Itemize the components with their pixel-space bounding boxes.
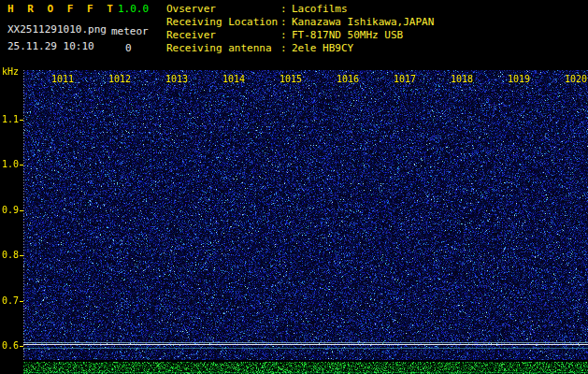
x-tick-label: 1016 bbox=[336, 75, 360, 84]
output-filename: XX2511291010.png bbox=[7, 23, 107, 36]
x-tick-label: 1012 bbox=[108, 75, 132, 84]
x-tick-label: 1011 bbox=[50, 75, 75, 84]
info-label: Receiving antenna bbox=[166, 42, 280, 55]
info-row-location: Receiving Location:Kanazawa Ishikawa,JAP… bbox=[166, 16, 434, 29]
info-value: FT-817ND 50MHz USB bbox=[292, 29, 403, 42]
main-spectrogram-canvas bbox=[23, 70, 588, 360]
info-label: Receiving Location bbox=[166, 16, 280, 29]
y-tick-label: 0.7 bbox=[2, 296, 19, 306]
info-separator: : bbox=[280, 42, 292, 55]
info-row-receiver: Receiver:FT-817ND 50MHz USB bbox=[166, 29, 434, 42]
y-tick-mark bbox=[20, 255, 23, 256]
y-tick-label: 0.6 bbox=[2, 341, 19, 351]
info-value: Lacofilms bbox=[292, 3, 348, 16]
info-row-observer: Ovserver:Lacofilms bbox=[166, 3, 434, 16]
plot-left-edge bbox=[23, 70, 24, 360]
x-tick-label: 1013 bbox=[165, 75, 189, 84]
y-tick-mark bbox=[20, 210, 23, 211]
echo-count: 0 bbox=[125, 42, 132, 54]
x-tick-label: 1019 bbox=[507, 75, 531, 84]
y-tick-label: 0.8 bbox=[2, 251, 19, 260]
y-tick-label: 0.9 bbox=[2, 206, 19, 215]
info-value: 2ele HB9CY bbox=[292, 42, 353, 55]
x-tick-label: 1015 bbox=[279, 75, 303, 84]
x-tick-label: 1020 bbox=[564, 75, 588, 84]
info-row-antenna: Receiving antenna:2ele HB9CY bbox=[166, 42, 434, 55]
y-axis-unit: kHz bbox=[2, 67, 19, 77]
info-separator: : bbox=[280, 3, 292, 16]
mode-label: meteor bbox=[111, 25, 149, 37]
y-tick-mark bbox=[20, 301, 23, 302]
info-value: Kanazawa Ishikawa,JAPAN bbox=[292, 16, 434, 29]
x-tick-label: 1017 bbox=[393, 75, 417, 84]
info-label: Ovserver bbox=[166, 3, 280, 16]
x-tick-label: 1018 bbox=[450, 75, 474, 84]
y-tick-mark bbox=[20, 120, 23, 121]
app-version: 1.0.0 bbox=[118, 3, 149, 15]
datetime-label: 25.11.29 10:10 bbox=[7, 40, 94, 52]
info-separator: : bbox=[280, 16, 292, 29]
x-tick-label: 1014 bbox=[222, 75, 246, 84]
y-tick-mark bbox=[20, 165, 23, 165]
noise-strip-canvas bbox=[23, 362, 588, 374]
info-separator: : bbox=[280, 29, 292, 42]
info-label: Receiver bbox=[166, 29, 280, 42]
y-tick-label: 1.0 bbox=[2, 160, 19, 169]
y-tick-mark bbox=[20, 346, 23, 347]
y-tick-label: 1.1 bbox=[2, 115, 19, 124]
station-info: Ovserver:Lacofilms Receiving Location:Ka… bbox=[166, 3, 434, 55]
hrofft-window: H R O F F T 1.0.0 XX2511291010.png meteo… bbox=[0, 0, 588, 374]
app-title: H R O F F T bbox=[7, 3, 117, 15]
